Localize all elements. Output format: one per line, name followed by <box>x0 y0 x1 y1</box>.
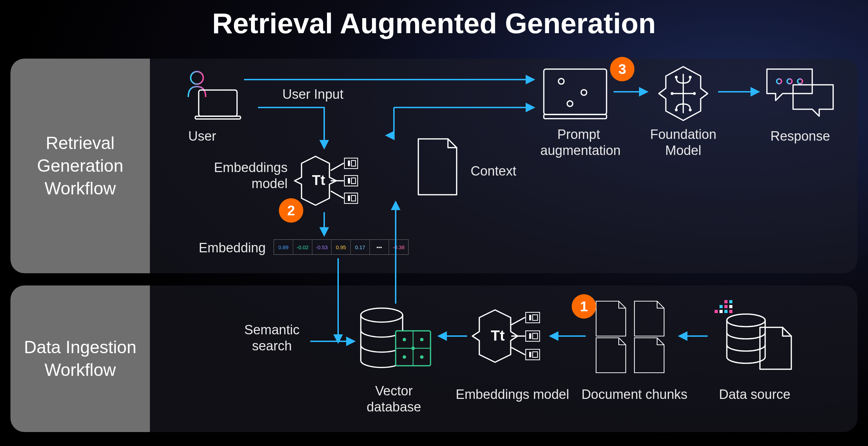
label-context: Context <box>471 163 516 179</box>
vector-database-icon <box>359 306 432 376</box>
panel-label-retrieval: Retrieval Generation Workflow <box>10 59 150 273</box>
svg-rect-53 <box>529 352 531 357</box>
svg-rect-74 <box>719 310 723 313</box>
embedding-cell: -0.53 <box>312 240 332 254</box>
embedding-cell: 0.89 <box>274 240 293 254</box>
embedding-cell: -0.02 <box>293 240 312 254</box>
panel-body-bottom: Semantic search Vector database Tt Embed… <box>150 285 858 432</box>
svg-rect-75 <box>724 305 728 308</box>
svg-point-27 <box>675 76 678 79</box>
svg-point-80 <box>727 314 765 327</box>
response-icon <box>763 66 837 121</box>
embedding-cell: 0.95 <box>332 240 351 254</box>
svg-point-33 <box>777 79 782 84</box>
svg-rect-78 <box>729 305 732 308</box>
svg-rect-1 <box>199 90 237 116</box>
embedding-cell: -0.38 <box>389 240 408 254</box>
label-prompt-aug: Prompt augmentation <box>540 127 617 158</box>
svg-text:Tt: Tt <box>491 327 505 344</box>
svg-rect-50 <box>529 333 531 339</box>
svg-rect-51 <box>533 333 538 339</box>
svg-rect-11 <box>348 195 350 201</box>
svg-point-0 <box>191 72 203 84</box>
svg-point-40 <box>403 338 406 341</box>
svg-rect-9 <box>351 178 356 184</box>
label-data-source: Data source <box>715 387 795 403</box>
svg-point-35 <box>798 79 802 84</box>
svg-rect-2 <box>195 116 241 119</box>
panel-retrieval-generation: Retrieval Generation Workflow User User … <box>10 59 858 273</box>
svg-rect-8 <box>348 178 350 184</box>
embedding-vector: 0.89 -0.02 -0.53 0.95 0.17 ••• -0.38 <box>274 239 409 255</box>
document-chunks-icon <box>593 299 673 373</box>
prompt-augmentation-icon <box>542 67 608 120</box>
label-response: Response <box>770 128 830 144</box>
svg-rect-54 <box>533 352 538 357</box>
label-doc-chunks: Document chunks <box>579 387 690 403</box>
label-embedding: Embedding <box>199 240 266 256</box>
svg-rect-48 <box>533 315 538 320</box>
embedding-cell: 0.17 <box>351 240 370 254</box>
svg-point-32 <box>689 109 692 111</box>
svg-rect-47 <box>529 315 531 320</box>
svg-point-29 <box>671 92 673 95</box>
panel-label-ingestion: Data Ingestion Workflow <box>10 285 150 432</box>
embedding-cell: ••• <box>370 240 389 254</box>
label-user-input: User Input <box>282 87 343 103</box>
svg-point-42 <box>403 355 406 359</box>
embeddings-model-icon: Tt <box>296 153 363 209</box>
svg-point-41 <box>420 338 424 341</box>
svg-rect-5 <box>348 161 350 166</box>
embeddings-model-bottom-icon: Tt <box>474 306 544 366</box>
svg-rect-71 <box>715 310 718 313</box>
step-badge-1: 1 <box>572 294 596 319</box>
data-source-icon <box>715 299 795 373</box>
foundation-model-icon <box>652 64 715 123</box>
label-semantic-search: Semantic search <box>237 322 307 354</box>
svg-rect-6 <box>351 161 356 166</box>
context-document-icon <box>415 137 460 196</box>
svg-rect-72 <box>719 305 723 308</box>
page-title: Retrieval Augmented Generation <box>0 7 868 40</box>
svg-point-44 <box>411 347 415 350</box>
step-badge-2: 2 <box>279 198 303 223</box>
svg-rect-77 <box>724 310 728 313</box>
svg-point-31 <box>675 109 678 111</box>
svg-rect-79 <box>729 310 732 313</box>
svg-point-28 <box>689 76 692 79</box>
panel-body-top: User User Input Tt Embeddings model Embe… <box>150 59 858 273</box>
panel-data-ingestion: Data Ingestion Workflow Semantic search … <box>10 285 858 432</box>
svg-rect-19 <box>544 114 607 119</box>
label-embeddings-model-bot: Embeddings model <box>453 387 572 403</box>
svg-rect-12 <box>351 195 356 201</box>
step-badge-3: 3 <box>610 57 634 81</box>
label-vector-db: Vector database <box>359 383 429 415</box>
svg-point-43 <box>420 355 424 359</box>
svg-rect-73 <box>724 300 728 303</box>
svg-rect-76 <box>729 300 732 303</box>
label-foundation-model: Foundation Model <box>645 127 722 158</box>
label-embeddings-model-top: Embeddings model <box>211 160 288 192</box>
svg-text:Tt: Tt <box>312 172 325 188</box>
user-icon <box>178 69 241 121</box>
svg-point-34 <box>787 79 792 84</box>
svg-point-30 <box>693 92 696 95</box>
label-user: User <box>188 128 216 144</box>
svg-point-36 <box>361 308 403 322</box>
